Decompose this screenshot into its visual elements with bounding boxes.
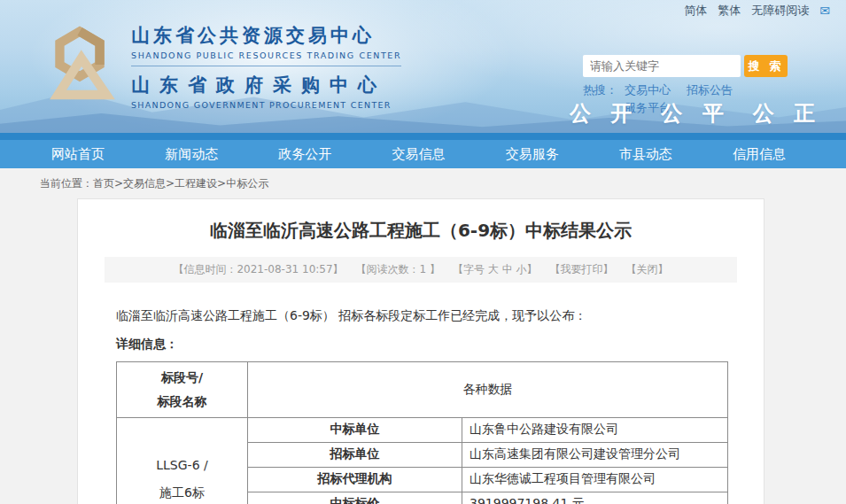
article-panel: 临淄至临沂高速公路工程施工（6-9标）中标结果公示 【信息时间：2021-08-… xyxy=(77,198,765,504)
search-input[interactable] xyxy=(583,55,741,77)
table-row: LLSG-6 / 施工6标 中标单位 山东鲁中公路建设有限公司 xyxy=(117,417,728,442)
meta-read-count: 【阅读次数：1 】 xyxy=(356,262,440,277)
site-logo-icon xyxy=(37,25,122,108)
traditional-chinese-link[interactable]: 繁体 xyxy=(718,3,741,19)
search-button[interactable]: 搜 索 xyxy=(744,55,788,77)
slogan-fair: 公 平 xyxy=(661,99,729,128)
row-label: 招标单位 xyxy=(248,442,462,467)
nav-item-trading-info[interactable]: 交易信息 xyxy=(392,146,445,163)
simplified-chinese-link[interactable]: 简体 xyxy=(684,3,707,19)
row-label: 招标代理机构 xyxy=(248,467,462,492)
brand-name-zh-2: 山东省政府采购中心 xyxy=(131,73,401,97)
table-header-row: 标段号/ 标段名称 各种数据 xyxy=(117,362,728,417)
row-label: 中标标价 xyxy=(248,492,462,504)
detail-info-label: 详细信息： xyxy=(116,337,726,353)
article-intro: 临淄至临沂高速公路工程施工（6-9标） 招标各标段定标工作已经完成，现予以公布： xyxy=(116,306,726,325)
brand-name-en-1: SHANDONG PUBLIC RESOURCES TRADING CENTER xyxy=(131,50,401,60)
meta-print-button[interactable]: 【我要打印】 xyxy=(550,262,614,277)
row-value: 山东鲁中公路建设有限公司 xyxy=(462,417,728,442)
header-various-data: 各种数据 xyxy=(248,362,728,417)
header-section-id: 标段号/ 标段名称 xyxy=(117,362,248,417)
nav-item-gov-affairs[interactable]: 政务公开 xyxy=(278,146,331,163)
meta-info-time: 【信息时间：2021-08-31 10:57】 xyxy=(173,262,343,277)
accessibility-link[interactable]: 无障碍阅读 xyxy=(751,3,809,19)
mail-icon[interactable]: ✉ xyxy=(819,4,830,18)
meta-close-button[interactable]: 【关闭】 xyxy=(626,262,669,277)
topbar: 简体 繁体 无障碍阅读 ✉ xyxy=(684,3,830,19)
site-header: 简体 繁体 无障碍阅读 ✉ 山东省公共资源交易中心 SHANDONG PUBLI… xyxy=(0,0,846,133)
brand-name-zh-1: 山东省公共资源交易中心 xyxy=(131,23,401,48)
nav-item-city-county[interactable]: 市县动态 xyxy=(619,146,672,163)
section-id-cell: LLSG-6 / 施工6标 xyxy=(117,417,248,504)
row-value: 山东华德诚工程项目管理有限公司 xyxy=(462,467,728,492)
brand-text: 山东省公共资源交易中心 SHANDONG PUBLIC RESOURCES TR… xyxy=(131,23,401,110)
brand-name-en-2: SHANDONG GOVERNMENT PROCUREMENT CENTER xyxy=(131,100,401,110)
slogan-just: 公 正 xyxy=(753,99,821,128)
main-nav: 网站首页 新闻动态 政务公开 交易信息 交易服务 市县动态 信用信息 xyxy=(0,133,846,168)
nav-top-strip xyxy=(0,133,846,140)
row-value: 山东高速集团有限公司建设管理分公司 xyxy=(462,442,728,467)
nav-item-home[interactable]: 网站首页 xyxy=(51,146,105,163)
row-label: 中标单位 xyxy=(248,417,462,442)
breadcrumb[interactable]: 当前位置：首页>交易信息>工程建设>中标公示 xyxy=(0,168,846,198)
bid-result-table: 标段号/ 标段名称 各种数据 LLSG-6 / 施工6标 中标单位 山东鲁中公路… xyxy=(116,361,728,504)
brand: 山东省公共资源交易中心 SHANDONG PUBLIC RESOURCES TR… xyxy=(37,23,401,110)
nav-item-credit-info[interactable]: 信用信息 xyxy=(733,146,786,163)
article-meta-bar: 【信息时间：2021-08-31 10:57】 【阅读次数：1 】 【字号 大 … xyxy=(105,257,737,283)
meta-font-size-controls[interactable]: 【字号 大 中 小】 xyxy=(453,262,537,277)
hot-search-link-trading-center[interactable]: 交易中心 xyxy=(625,82,671,98)
row-value: 3919997198.41 元 xyxy=(462,492,728,504)
hot-search-link-bid-announcement[interactable]: 招标公告 xyxy=(687,82,733,98)
slogan-open: 公 开 xyxy=(570,99,638,128)
nav-item-news[interactable]: 新闻动态 xyxy=(165,146,218,163)
nav-item-trading-service[interactable]: 交易服务 xyxy=(506,146,559,163)
slogan: 公 开 公 平 公 正 xyxy=(570,99,821,128)
page-title: 临淄至临沂高速公路工程施工（6-9标）中标结果公示 xyxy=(116,219,726,243)
